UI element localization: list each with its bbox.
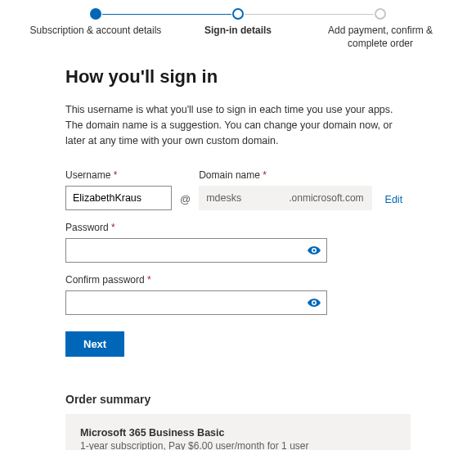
intro-text: This username is what you'll use to sign…	[65, 102, 411, 148]
username-label: Username *	[65, 169, 172, 181]
domain-suffix: .onmicrosoft.com	[281, 186, 371, 210]
order-summary: Order summary Microsoft 365 Business Bas…	[65, 393, 411, 450]
confirm-password-label: Confirm password *	[65, 274, 411, 286]
step-dot-current-icon	[232, 8, 244, 20]
show-confirm-password-icon[interactable]	[308, 296, 321, 309]
step-dot-done-icon	[90, 8, 101, 20]
step-subscription: Subscription & account details	[25, 8, 167, 38]
plan-description: 1-year subscription, Pay $6.00 user/mont…	[80, 440, 396, 450]
edit-domain-link[interactable]: Edit	[385, 194, 403, 210]
step-signin: Sign-in details	[167, 8, 309, 38]
stepper: Subscription & account details Sign-in d…	[25, 8, 451, 50]
password-label: Password *	[65, 222, 411, 233]
step-label: Subscription & account details	[25, 25, 167, 38]
step-dot-upcoming-icon	[375, 8, 386, 20]
next-button[interactable]: Next	[65, 331, 124, 357]
at-symbol: @	[180, 193, 191, 210]
step-label: Add payment, confirm & complete order	[309, 25, 451, 50]
domain-input	[199, 186, 281, 210]
stepper-connector-pending	[245, 14, 374, 15]
page-title: How you'll sign in	[65, 66, 411, 88]
svg-point-0	[313, 250, 316, 252]
show-password-icon[interactable]	[308, 244, 321, 257]
order-summary-title: Order summary	[65, 393, 411, 406]
password-input[interactable]	[65, 238, 327, 263]
step-label: Sign-in details	[167, 25, 309, 38]
confirm-password-input[interactable]	[65, 290, 327, 315]
plan-name: Microsoft 365 Business Basic	[80, 427, 396, 439]
domain-label: Domain name *	[199, 169, 371, 181]
stepper-connector-done	[102, 14, 231, 15]
username-input[interactable]	[65, 186, 172, 210]
order-summary-box: Microsoft 365 Business Basic 1-year subs…	[65, 414, 411, 450]
svg-point-1	[313, 302, 316, 304]
username-domain-row: Username * @ Domain name * .onmicrosoft.…	[65, 169, 411, 210]
